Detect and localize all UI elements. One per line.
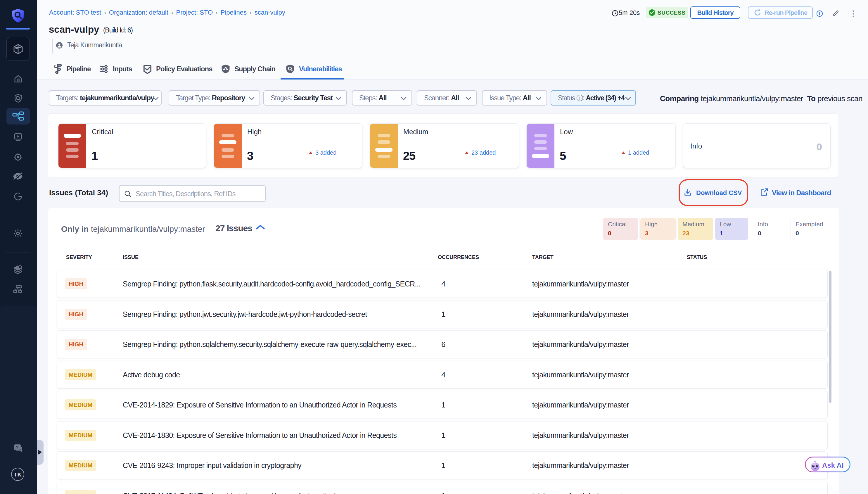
svg-text:?: ? <box>16 445 18 449</box>
